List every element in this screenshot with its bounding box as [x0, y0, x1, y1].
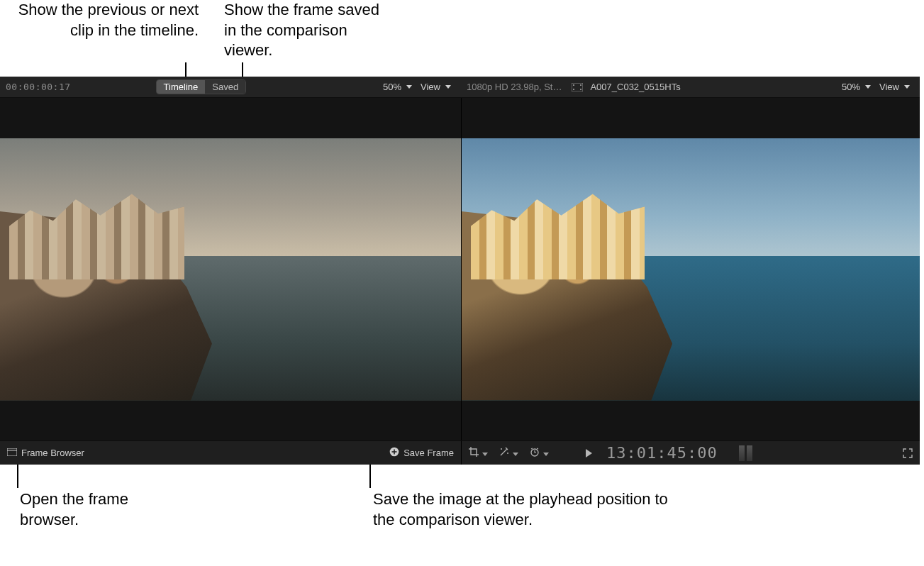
- play-icon: [586, 449, 592, 457]
- save-frame-label: Save Frame: [403, 448, 454, 458]
- left-frame-image: [0, 138, 461, 401]
- callout-line: [369, 461, 371, 488]
- left-viewer-bar: 00:00:00:17 Timeline Saved 50% View: [0, 77, 461, 98]
- svg-rect-5: [7, 448, 17, 456]
- zoom-dropdown[interactable]: 50%: [379, 82, 416, 92]
- enhance-tool-dropdown[interactable]: [499, 447, 518, 459]
- zoom-dropdown[interactable]: 50%: [837, 82, 875, 92]
- left-viewer-pane[interactable]: [0, 98, 461, 440]
- bottom-bar: Frame Browser Save Frame: [0, 440, 920, 465]
- svg-rect-0: [572, 83, 583, 91]
- svg-point-11: [507, 453, 508, 454]
- svg-point-10: [501, 448, 502, 450]
- right-bottom-bar: 13:01:45:00: [461, 441, 920, 465]
- svg-rect-4: [580, 89, 581, 90]
- clock-icon: [530, 447, 540, 459]
- fullscreen-icon: [903, 448, 913, 458]
- audio-meter: [739, 445, 752, 461]
- save-frame-button[interactable]: Save Frame: [389, 447, 454, 459]
- callout-save-frame: Save the image at the playhead position …: [373, 489, 671, 530]
- view-dropdown[interactable]: View: [416, 82, 455, 92]
- callout-timeline: Show the previous or next clip in the ti…: [14, 0, 199, 40]
- crop-icon: [469, 447, 479, 459]
- filmstrip-icon: [572, 83, 583, 91]
- transform-tool-dropdown[interactable]: [469, 447, 488, 459]
- wand-icon: [499, 447, 509, 459]
- left-bottom-bar: Frame Browser Save Frame: [0, 441, 461, 465]
- viewer-row: [0, 98, 920, 440]
- play-button[interactable]: [586, 449, 592, 457]
- comparison-mode-segmented: Timeline Saved: [156, 79, 247, 94]
- callout-line: [17, 461, 18, 488]
- fullscreen-button[interactable]: [903, 448, 913, 458]
- format-label: 1080p HD 23.98p, St…: [467, 82, 562, 92]
- timecode-display: 00:00:00:17: [6, 82, 71, 92]
- svg-rect-1: [573, 84, 574, 86]
- callout-frame-browser: Open the frame browser.: [20, 489, 176, 530]
- comparison-viewer-window: 00:00:00:17 Timeline Saved 50% View 1080…: [0, 77, 920, 465]
- retime-tool-dropdown[interactable]: [530, 447, 549, 459]
- callout-saved: Show the frame saved in the comparison v…: [224, 0, 387, 61]
- right-viewer-bar: 1080p HD 23.98p, St… A007_C032_0515HTs 5…: [461, 77, 920, 98]
- right-frame-image: [462, 138, 920, 401]
- playhead-timecode[interactable]: 13:01:45:00: [606, 444, 718, 462]
- saved-button[interactable]: Saved: [205, 80, 245, 94]
- right-viewer-pane[interactable]: [461, 98, 920, 440]
- frame-browser-button[interactable]: Frame Browser: [7, 448, 84, 458]
- plus-circle-icon: [389, 447, 399, 459]
- svg-rect-3: [580, 84, 581, 86]
- view-dropdown[interactable]: View: [875, 82, 914, 92]
- viewer-header-row: 00:00:00:17 Timeline Saved 50% View 1080…: [0, 77, 920, 98]
- frame-browser-label: Frame Browser: [21, 448, 84, 458]
- clip-name-label: A007_C032_0515HTs: [590, 82, 680, 92]
- svg-rect-2: [573, 89, 574, 90]
- browser-icon: [7, 448, 17, 458]
- timeline-button[interactable]: Timeline: [157, 80, 206, 94]
